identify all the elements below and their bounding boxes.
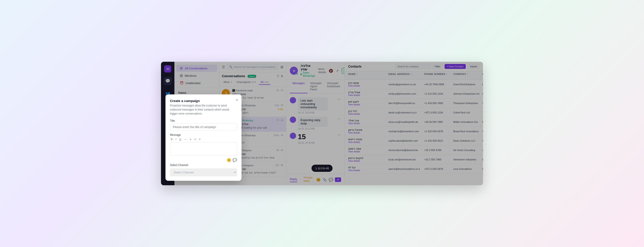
list-btn[interactable]: ≡	[189, 137, 192, 141]
select-channel-label: Select Channel	[170, 164, 237, 167]
whatsapp-emoji-icon[interactable]: 💬	[232, 158, 237, 162]
emoji-picker-icon[interactable]: 😊	[227, 158, 231, 162]
modal-description: Proactive messages allow the customer to…	[170, 104, 237, 116]
message-label: Message	[170, 133, 237, 136]
underline-btn[interactable]: U	[178, 137, 182, 141]
campaign-message-textarea[interactable]	[170, 142, 237, 156]
indent-btn[interactable]: ≡	[198, 137, 201, 141]
title-label: Title	[170, 119, 237, 122]
modal-title: Create a campaign	[170, 99, 237, 103]
bold-btn[interactable]: B	[170, 137, 173, 141]
channel-select[interactable]: Select Channel	[170, 168, 237, 176]
create-campaign-modal: Create a campaign Proactive messages all…	[166, 94, 242, 181]
modal-overlay: Create a campaign Proactive messages all…	[161, 62, 483, 185]
ordered-list-btn[interactable]: ≡	[194, 137, 197, 141]
campaign-title-input[interactable]	[170, 123, 237, 131]
italic-btn[interactable]: I	[175, 137, 177, 141]
modal-emoji-row: 😊 💬	[170, 158, 237, 162]
message-toolbar: B I U — ≡ ≡ ≡	[170, 137, 237, 141]
modal-close-button[interactable]: ×	[236, 98, 238, 102]
divider-btn: —	[183, 137, 188, 141]
